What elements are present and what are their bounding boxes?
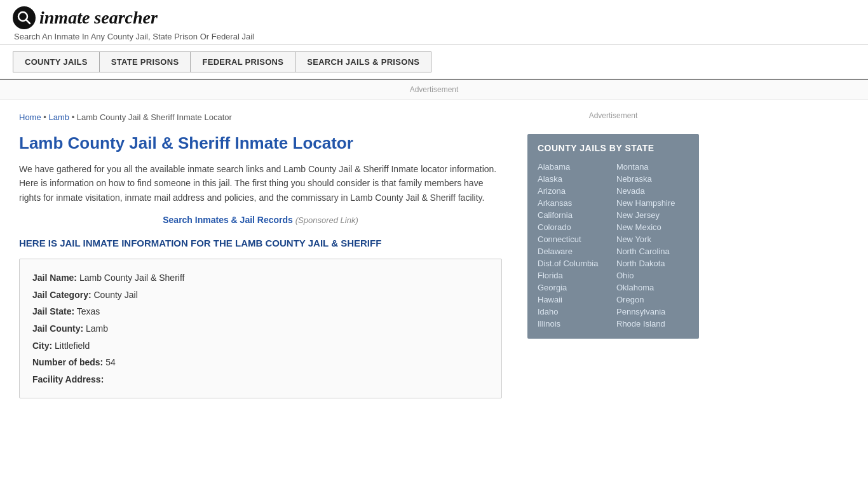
content-area: Home • Lamb • Lamb County Jail & Sheriff… (0, 100, 521, 411)
state-link[interactable]: Dist.of Columbia (538, 257, 610, 269)
sponsored-label: (Sponsored Link) (295, 215, 358, 225)
info-box: Jail Name: Lamb County Jail & Sheriff Ja… (19, 259, 502, 398)
sidebar-ad-label: Advertisement (589, 111, 638, 120)
nav-state-prisons[interactable]: STATE PRISONS (99, 51, 191, 72)
ad-label: Advertisement (410, 85, 459, 94)
jail-county-field: Jail County: Lamb (32, 320, 489, 337)
jail-state-value: Texas (77, 306, 100, 316)
state-link[interactable]: Arizona (538, 185, 610, 197)
state-link[interactable]: New Jersey (616, 209, 689, 221)
breadcrumb-home[interactable]: Home (19, 112, 41, 122)
states-col2: MontanaNebraskaNevadaNew HampshireNew Je… (616, 161, 689, 330)
breadcrumb-parent[interactable]: Lamb (49, 112, 70, 122)
state-link[interactable]: Oklahoma (616, 281, 689, 294)
state-link[interactable]: Arkansas (538, 197, 610, 209)
sidebar-ad: Advertisement (527, 106, 699, 125)
description: We have gathered for you all the availab… (19, 162, 502, 205)
address-label: Facility Address: (32, 374, 104, 384)
state-link[interactable]: Hawaii (538, 294, 610, 306)
jail-category-label: Jail Category: (32, 290, 92, 300)
beds-value: 54 (105, 357, 116, 367)
logo-icon (13, 6, 36, 29)
city-label: City: (32, 341, 52, 351)
jail-county-label: Jail County: (32, 323, 83, 334)
tagline: Search An Inmate In Any County Jail, Sta… (14, 32, 855, 41)
county-jails-box: COUNTY JAILS BY STATE AlabamaAlaskaArizo… (527, 134, 699, 339)
section-heading: HERE IS JAIL INMATE INFORMATION FOR THE … (19, 238, 502, 248)
sidebar: Advertisement COUNTY JAILS BY STATE Alab… (521, 100, 712, 411)
state-columns: AlabamaAlaskaArizonaArkansasCaliforniaCo… (538, 161, 689, 330)
state-link[interactable]: Delaware (538, 245, 610, 257)
page-title: Lamb County Jail & Sheriff Inmate Locato… (19, 133, 502, 153)
state-link[interactable]: Illinois (538, 318, 610, 330)
jail-category-field: Jail Category: County Jail (32, 287, 489, 304)
state-link[interactable]: North Carolina (616, 245, 689, 257)
address-field: Facility Address: (32, 371, 489, 388)
svg-line-1 (26, 20, 30, 24)
sponsored-link[interactable]: Search Inmates & Jail Records (163, 215, 293, 225)
nav-federal-prisons[interactable]: FEDERAL PRISONS (190, 51, 295, 72)
breadcrumb-sep2: • (72, 112, 77, 122)
state-link[interactable]: Connecticut (538, 233, 610, 245)
state-link[interactable]: Colorado (538, 221, 610, 233)
city-field: City: Littlefield (32, 337, 489, 355)
breadcrumb-sep1: • (43, 112, 46, 122)
states-col1: AlabamaAlaskaArizonaArkansasCaliforniaCo… (538, 161, 610, 330)
state-link[interactable]: Rhode Island (616, 318, 689, 330)
jail-county-value: Lamb (86, 323, 108, 334)
jail-name-field: Jail Name: Lamb County Jail & Sheriff (32, 269, 489, 287)
beds-label: Number of beds: (32, 357, 103, 367)
city-value: Littlefield (55, 341, 90, 351)
header: inmate searcher Search An Inmate In Any … (0, 0, 868, 45)
jail-state-field: Jail State: Texas (32, 303, 489, 320)
state-link[interactable]: Alabama (538, 161, 610, 173)
ad-bar: Advertisement (0, 80, 868, 100)
jail-name-label: Jail Name: (32, 273, 77, 283)
state-link[interactable]: Georgia (538, 281, 610, 294)
state-link[interactable]: California (538, 209, 610, 221)
jail-state-label: Jail State: (32, 306, 74, 316)
main-layout: Home • Lamb • Lamb County Jail & Sheriff… (0, 100, 868, 411)
state-link[interactable]: Nebraska (616, 173, 689, 185)
beds-field: Number of beds: 54 (32, 354, 489, 371)
jail-name-value: Lamb County Jail & Sheriff (79, 273, 185, 283)
state-link[interactable]: North Dakota (616, 257, 689, 269)
county-jails-heading: COUNTY JAILS BY STATE (538, 143, 689, 153)
breadcrumb: Home • Lamb • Lamb County Jail & Sheriff… (19, 112, 502, 122)
state-link[interactable]: Florida (538, 269, 610, 281)
jail-category-value: County Jail (93, 290, 137, 300)
logo-text: inmate searcher (39, 8, 158, 28)
state-link[interactable]: New Hampshire (616, 197, 689, 209)
state-link[interactable]: Idaho (538, 306, 610, 318)
logo-text-label: inmate searcher (39, 8, 158, 27)
nav-search-jails[interactable]: SEARCH JAILS & PRISONS (295, 51, 431, 72)
sponsored-link-area: Search Inmates & Jail Records (Sponsored… (19, 215, 502, 225)
state-link[interactable]: New York (616, 233, 689, 245)
nav-county-jails[interactable]: COUNTY JAILS (13, 51, 99, 72)
state-link[interactable]: Nevada (616, 185, 689, 197)
logo-area: inmate searcher (13, 6, 855, 29)
state-link[interactable]: Oregon (616, 294, 689, 306)
state-link[interactable]: Alaska (538, 173, 610, 185)
state-link[interactable]: Montana (616, 161, 689, 173)
nav-bar: COUNTY JAILS STATE PRISONS FEDERAL PRISO… (0, 45, 868, 80)
breadcrumb-current: Lamb County Jail & Sheriff Inmate Locato… (77, 112, 232, 122)
state-link[interactable]: Ohio (616, 269, 689, 281)
state-link[interactable]: Pennsylvania (616, 306, 689, 318)
state-link[interactable]: New Mexico (616, 221, 689, 233)
